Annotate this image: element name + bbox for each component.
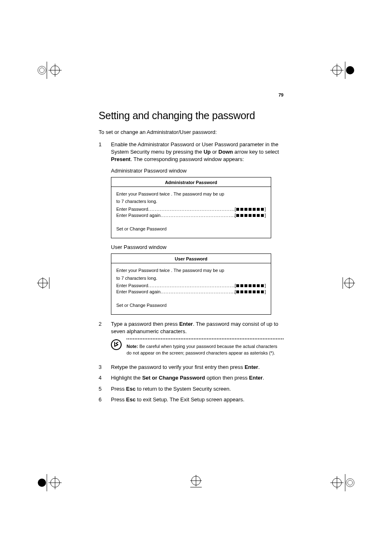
password-mask: [ ] (235, 283, 266, 289)
svg-point-32 (346, 479, 354, 487)
print-mark-mid-right (339, 277, 355, 289)
step-3: 3 Retype the password to verify your fir… (99, 364, 284, 371)
step-text: Highlight the (111, 375, 142, 381)
note-body: Note: Be careful when typing your passwo… (127, 339, 284, 356)
step-body: Enable the Administrator Password or Use… (111, 141, 284, 164)
step-1: 1 Enable the Administrator Password or U… (99, 141, 284, 164)
option-set-change: Set or Change Password (142, 375, 205, 381)
note-icon (111, 339, 122, 350)
print-mark-mid-left (37, 277, 53, 289)
step-number: 1 (99, 141, 111, 164)
password-mask: [ ] (235, 206, 266, 212)
print-mark-top-left (37, 62, 62, 79)
svg-point-12 (346, 66, 354, 74)
note-divider (127, 339, 284, 339)
dialog-title: User Password (111, 254, 271, 263)
note-block: Note: Be careful when typing your passwo… (111, 339, 284, 356)
password-line-2: Enter Password again ...................… (116, 212, 266, 219)
password-label: Enter Password (116, 283, 148, 289)
step-text: Retype the password to verify your first… (111, 364, 244, 370)
set-change-password: Set or Change Password (116, 302, 266, 309)
print-mark-bot-right (330, 474, 355, 491)
key-enter: Enter (179, 321, 193, 327)
leader-dots: ........................................… (148, 206, 235, 212)
svg-point-0 (38, 66, 46, 74)
page-heading: Setting and changing the password (99, 110, 284, 122)
svg-point-1 (39, 68, 44, 73)
key-up: Up (203, 149, 210, 155)
step-number: 5 (99, 385, 111, 393)
leader-dots: ........................................… (161, 289, 235, 295)
print-mark-bot-left (37, 474, 62, 491)
step-4: 4 Highlight the Set or Change Password o… (99, 374, 284, 382)
admin-password-dialog: Administrator Password Enter your Passwo… (111, 177, 271, 238)
step-5: 5 Press Esc to return to the System Secu… (99, 385, 284, 393)
key-down: Down (219, 149, 233, 155)
step-number: 2 (99, 320, 111, 335)
print-mark-top-right (330, 62, 355, 79)
svg-point-21 (38, 479, 46, 487)
step-text: Press (111, 396, 126, 403)
step-text: Press (111, 386, 126, 392)
intro-text: To set or change an Administrator/User p… (99, 129, 284, 135)
print-mark-bot-center (190, 475, 202, 491)
note-label: Note: (127, 344, 138, 349)
dialog-instruction: Enter your Password twice . The password… (116, 191, 266, 197)
leader-dots: ........................................… (161, 212, 235, 219)
set-change-password: Set or Change Password (116, 226, 266, 232)
user-password-dialog: User Password Enter your Password twice … (111, 253, 271, 315)
key-esc: Esc (126, 386, 136, 392)
step-text: arrow key to select (233, 149, 279, 155)
step-text: to exit Setup. The Exit Setup screen app… (136, 396, 244, 403)
step-text: to return to the System Security screen. (136, 386, 231, 392)
password-label: Enter Password again (116, 212, 161, 219)
svg-point-38 (111, 340, 121, 350)
password-line-2: Enter Password again ...................… (116, 289, 266, 295)
step-text: Type a password then press (111, 321, 179, 327)
step-2: 2 Type a password then press Enter. The … (99, 320, 284, 335)
step-number: 4 (99, 374, 111, 382)
step-text: option then press (205, 375, 249, 381)
dialog-body: Enter your Password twice . The password… (111, 263, 271, 314)
dialog-instruction: Enter your Password twice . The password… (116, 267, 266, 274)
step-body: Retype the password to verify your first… (111, 364, 284, 371)
note-text: Be careful when typing your password bec… (127, 344, 277, 355)
option-present: Present (111, 156, 131, 162)
step-text: . The corresponding password window appe… (131, 156, 244, 162)
key-enter: Enter (244, 364, 258, 370)
page-number: 79 (99, 92, 284, 97)
step-body: Highlight the Set or Change Password opt… (111, 374, 284, 382)
password-label: Enter Password (116, 206, 148, 212)
password-line-1: Enter Password .........................… (116, 206, 266, 212)
password-label: Enter Password again (116, 289, 161, 295)
dialog-instruction: to 7 characters long. (116, 198, 266, 205)
password-mask: [ ] (235, 289, 266, 295)
step-body: Press Esc to exit Setup. The Exit Setup … (111, 396, 284, 403)
admin-window-caption: Administrator Password window (111, 168, 284, 174)
user-window-caption: User Password window (111, 244, 284, 250)
password-mask: [ ] (235, 212, 266, 219)
svg-point-33 (348, 480, 353, 485)
key-esc: Esc (126, 396, 136, 403)
dialog-title: Administrator Password (111, 177, 271, 187)
dialog-body: Enter your Password twice . The password… (111, 187, 271, 238)
dialog-instruction: to 7 characters long. (116, 275, 266, 281)
step-6: 6 Press Esc to exit Setup. The Exit Setu… (99, 396, 284, 403)
key-enter: Enter (249, 375, 263, 381)
page-content: 79 Setting and changing the password To … (99, 92, 284, 407)
step-text: . (263, 375, 264, 381)
step-number: 6 (99, 396, 111, 403)
leader-dots: ........................................… (148, 283, 235, 289)
step-body: Press Esc to return to the System Securi… (111, 385, 284, 393)
step-number: 3 (99, 364, 111, 371)
password-line-1: Enter Password .........................… (116, 283, 266, 289)
step-body: Type a password then press Enter. The pa… (111, 320, 284, 335)
step-text: . (258, 364, 260, 370)
step-text: or (211, 149, 219, 155)
